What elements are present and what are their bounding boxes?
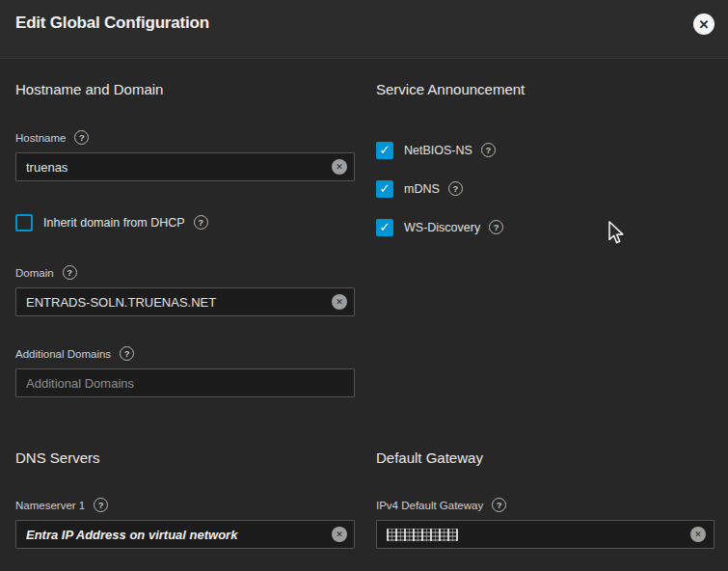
inherit-dhcp-row[interactable]: ✓ Inherit domain from DHCP ? — [15, 213, 355, 231]
dns-servers-heading: DNS Servers — [15, 450, 355, 466]
close-icon: ✕ — [699, 18, 710, 31]
ws-discovery-label: WS-Discovery — [404, 221, 480, 234]
clear-icon[interactable]: ✕ — [690, 527, 706, 542]
netbios-label: NetBIOS-NS — [404, 144, 472, 157]
help-icon[interactable]: ? — [492, 498, 506, 512]
additional-domains-input-wrap — [15, 368, 355, 397]
ws-discovery-checkbox[interactable]: ✓ — [376, 219, 393, 236]
help-icon[interactable]: ? — [74, 130, 89, 145]
inherit-dhcp-label: Inherit domain from DHCP — [43, 216, 185, 230]
nameserver1-input[interactable] — [15, 520, 355, 549]
netbios-row[interactable]: ✓ NetBIOS-NS ? — [376, 141, 715, 159]
section-dns-servers: DNS Servers Nameserver 1 ? ✕ — [15, 450, 355, 549]
nameserver1-label-row: Nameserver 1 ? — [15, 498, 355, 512]
additional-domains-input[interactable] — [15, 368, 355, 397]
edit-global-configuration-dialog: Edit Global Configuration ✕ Hostname and… — [0, 0, 728, 571]
mdns-label: mDNS — [404, 182, 440, 196]
help-icon[interactable]: ? — [481, 143, 496, 157]
mdns-row[interactable]: ✓ mDNS ? — [376, 179, 715, 198]
section-service-announcement: Service Announcement ✓ NetBIOS-NS ? ✓ mD… — [376, 82, 715, 236]
ws-discovery-row[interactable]: ✓ WS-Discovery ? — [376, 218, 715, 236]
hostname-label: Hostname — [15, 132, 66, 144]
domain-label: Domain — [15, 267, 54, 279]
additional-domains-label-row: Additional Domains ? — [15, 346, 355, 361]
mdns-checkbox[interactable]: ✓ — [376, 180, 393, 198]
close-button[interactable]: ✕ — [693, 14, 715, 35]
help-icon[interactable]: ? — [94, 498, 108, 512]
section-hostname-and-domain: Hostname and Domain Hostname ? ✕ ✓ Inher… — [15, 82, 355, 397]
service-announcement-heading: Service Announcement — [376, 82, 715, 97]
domain-label-row: Domain ? — [15, 265, 355, 280]
clear-icon[interactable]: ✕ — [332, 294, 347, 310]
help-icon[interactable]: ? — [120, 346, 134, 361]
dialog-title: Edit Global Configuration — [15, 12, 209, 35]
ipv4-gateway-label-row: IPv4 Default Gateway ? — [376, 498, 715, 512]
default-gateway-heading: Default Gateway — [376, 450, 715, 466]
hostname-input-wrap: ✕ — [15, 152, 355, 181]
domain-input[interactable] — [15, 287, 355, 316]
domain-input-wrap: ✕ — [15, 287, 355, 316]
additional-domains-label: Additional Domains — [15, 348, 111, 360]
hostname-label-row: Hostname ? — [15, 130, 355, 145]
dialog-header: Edit Global Configuration ✕ — [0, 0, 728, 59]
nameserver1-input-wrap: ✕ — [15, 520, 355, 549]
help-icon[interactable]: ? — [489, 220, 503, 234]
nameserver1-label: Nameserver 1 — [15, 500, 85, 511]
clear-icon[interactable]: ✕ — [332, 527, 347, 542]
section-default-gateway: Default Gateway IPv4 Default Gateway ? ✕ — [376, 450, 715, 549]
help-icon[interactable]: ? — [448, 181, 463, 196]
hostname-domain-heading: Hostname and Domain — [15, 82, 355, 97]
redacted-value — [387, 529, 458, 541]
clear-icon[interactable]: ✕ — [332, 159, 347, 175]
hostname-input[interactable] — [15, 152, 355, 181]
help-icon[interactable]: ? — [63, 265, 77, 280]
ipv4-gateway-input[interactable]: ✕ — [376, 520, 715, 549]
help-icon[interactable]: ? — [194, 215, 208, 230]
inherit-dhcp-checkbox[interactable]: ✓ — [15, 214, 33, 231]
ipv4-gateway-label: IPv4 Default Gateway — [376, 500, 483, 511]
netbios-checkbox[interactable]: ✓ — [376, 142, 393, 159]
